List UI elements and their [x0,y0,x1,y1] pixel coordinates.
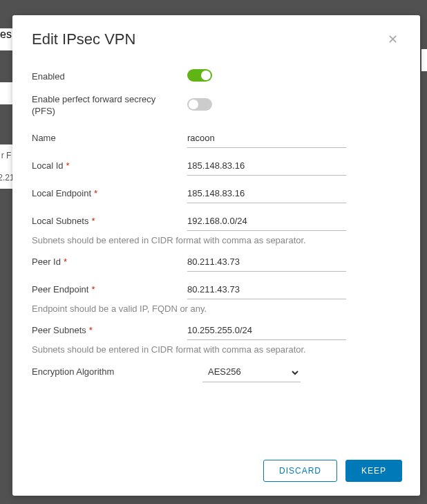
input-local-id[interactable] [187,158,346,176]
background-fragment: es [0,28,12,50]
hint-local-subnets: Subnets should be entered in CIDR format… [32,235,413,245]
toggle-pfs[interactable] [187,98,212,111]
required-icon: * [64,256,67,267]
form-scroll-area[interactable]: Enabled Enable perfect forward secrecy (… [12,55,420,450]
toggle-enabled[interactable] [187,69,212,82]
label-enabled: Enabled [32,71,187,83]
background-fragment [0,82,12,104]
background-fragment: 2.21 [0,167,12,189]
label-peer-endpoint: Peer Endpoint [32,284,88,295]
label-local-id: Local Id [32,160,64,171]
row-local-subnets: Local Subnets* [32,213,413,231]
discard-button[interactable]: DISCARD [263,460,337,482]
row-pfs: Enable perfect forward secrecy (PFS) [32,94,413,118]
modal-header: Edit IPsec VPN ✕ [12,15,420,55]
row-enabled: Enabled [32,69,413,84]
row-peer-id: Peer Id* [32,254,413,272]
row-local-id: Local Id* [32,158,413,176]
select-encryption-algorithm[interactable]: AES256 [202,363,301,382]
label-name: Name [32,133,56,143]
label-peer-id: Peer Id [32,256,61,267]
background-fragment: r F [0,144,12,167]
input-peer-endpoint[interactable] [187,281,346,299]
hint-peer-endpoint: Endpoint should be a valid IP, FQDN or a… [32,304,413,314]
row-local-endpoint: Local Endpoint* [32,185,413,203]
required-icon: * [89,325,93,335]
required-icon: * [94,188,97,198]
modal-title: Edit IPsec VPN [32,30,135,48]
row-encryption-algorithm: Encryption Algorithm AES256 [32,363,413,382]
row-peer-subnets: Peer Subnets* [32,322,413,340]
background-fragment [421,49,427,71]
modal-dialog: Edit IPsec VPN ✕ Enabled Enable perfect … [12,15,420,496]
label-local-subnets: Local Subnets [32,216,88,226]
required-icon: * [66,160,70,171]
row-name: Name [32,130,413,148]
hint-peer-subnets: Subnets should be entered in CIDR format… [32,344,413,355]
input-local-subnets[interactable] [187,213,346,231]
label-local-endpoint: Local Endpoint [32,188,91,198]
input-peer-subnets[interactable] [187,322,346,340]
keep-button[interactable]: KEEP [345,460,402,482]
required-icon: * [91,284,95,295]
row-peer-endpoint: Peer Endpoint* [32,281,413,299]
label-encryption-algorithm: Encryption Algorithm [32,366,114,377]
input-peer-id[interactable] [187,254,346,272]
modal-footer: DISCARD KEEP [12,450,420,496]
input-name[interactable] [187,130,346,148]
input-local-endpoint[interactable] [187,185,346,203]
label-peer-subnets: Peer Subnets [32,325,86,335]
label-pfs: Enable perfect forward secrecy (PFS) [32,94,187,118]
close-icon[interactable]: ✕ [385,33,401,46]
required-icon: * [91,216,95,226]
